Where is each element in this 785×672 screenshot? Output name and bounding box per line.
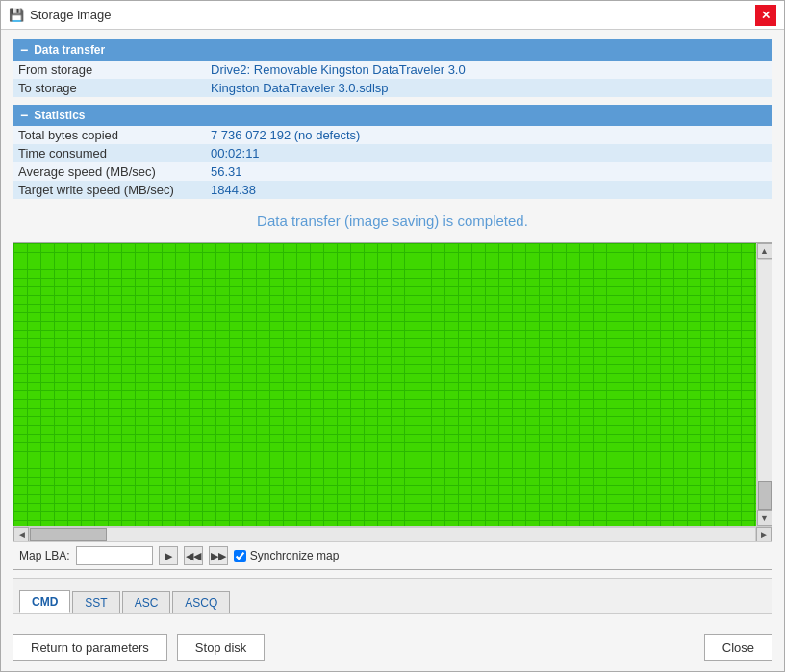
- tab-cmd[interactable]: CMD: [19, 590, 70, 613]
- tab-sst[interactable]: SST: [72, 591, 119, 613]
- table-row: Target write speed (MB/sec) 1844.38: [13, 181, 772, 199]
- target-speed-value: 1844.38: [205, 181, 772, 199]
- from-storage-value: Drive2: Removable Kingston DataTraveler …: [205, 61, 772, 79]
- sync-map-checkbox[interactable]: [234, 550, 246, 562]
- completion-message: Data transfer (image saving) is complete…: [13, 207, 772, 235]
- from-storage-label: From storage: [13, 61, 205, 79]
- time-consumed-value: 00:02:11: [205, 144, 772, 162]
- table-row: Total bytes copied 7 736 072 192 (no def…: [13, 126, 772, 144]
- footer-buttons: Return to parameters Stop disk Close: [1, 624, 784, 671]
- tab-asc[interactable]: ASC: [122, 591, 171, 613]
- avg-speed-value: 56.31: [205, 162, 772, 181]
- map-nav-play-button[interactable]: ▶: [159, 546, 178, 565]
- data-transfer-table: From storage Drive2: Removable Kingston …: [13, 61, 772, 97]
- scroll-thumb-horizontal[interactable]: [30, 528, 107, 541]
- statistics-header: − Statistics: [13, 105, 772, 126]
- window-close-button[interactable]: ✕: [755, 5, 776, 26]
- stop-disk-button[interactable]: Stop disk: [177, 634, 265, 661]
- map-nav-next-button[interactable]: ▶▶: [209, 546, 228, 565]
- data-transfer-header: − Data transfer: [13, 39, 772, 61]
- scroll-down-button[interactable]: ▼: [757, 510, 772, 526]
- scroll-thumb-vertical[interactable]: [758, 481, 772, 510]
- sync-map-checkbox-container[interactable]: Synchronize map: [234, 549, 340, 562]
- statistics-collapse-icon[interactable]: −: [20, 108, 28, 123]
- return-to-parameters-button[interactable]: Return to parameters: [13, 634, 167, 661]
- map-lba-input[interactable]: [76, 546, 153, 565]
- bytes-copied-label: Total bytes copied: [13, 126, 205, 144]
- main-content: − Data transfer From storage Drive2: Rem…: [1, 30, 784, 624]
- data-transfer-title: Data transfer: [34, 43, 105, 57]
- horizontal-scrollbar[interactable]: ◀ ▶: [13, 526, 772, 541]
- statistics-section: − Statistics Total bytes copied 7 736 07…: [13, 105, 772, 199]
- statistics-title: Statistics: [34, 109, 85, 122]
- map-lba-label: Map LBA:: [19, 549, 70, 562]
- bytes-copied-value: 7 736 072 192 (no defects): [205, 126, 772, 144]
- time-consumed-label: Time consumed: [13, 144, 205, 162]
- scroll-up-button[interactable]: ▲: [757, 243, 772, 259]
- window-title: Storage image: [30, 8, 112, 22]
- map-container: ▲ ▼ ◀ ▶ Map LBA: ▶ ◀◀ ▶▶: [13, 242, 772, 570]
- title-bar: 💾 Storage image ✕: [1, 1, 784, 30]
- data-transfer-section: − Data transfer From storage Drive2: Rem…: [13, 39, 772, 97]
- table-row: Average speed (MB/sec) 56.31: [13, 162, 772, 181]
- tab-ascq[interactable]: ASCQ: [172, 591, 230, 613]
- map-grid-lines: [13, 243, 756, 526]
- vertical-scrollbar[interactable]: ▲ ▼: [756, 243, 772, 526]
- to-storage-label: To storage: [13, 79, 205, 97]
- close-button[interactable]: Close: [704, 634, 772, 661]
- app-icon: 💾: [9, 8, 24, 23]
- data-transfer-collapse-icon[interactable]: −: [20, 42, 28, 58]
- table-row: From storage Drive2: Removable Kingston …: [13, 61, 772, 79]
- tabs-area: CMD SST ASC ASCQ: [13, 578, 772, 614]
- statistics-table: Total bytes copied 7 736 072 192 (no def…: [13, 126, 772, 199]
- target-speed-label: Target write speed (MB/sec): [13, 181, 205, 199]
- map-grid: [13, 243, 756, 526]
- map-nav-prev-button[interactable]: ◀◀: [184, 546, 203, 565]
- main-window: 💾 Storage image ✕ − Data transfer From s…: [0, 0, 785, 672]
- map-footer: Map LBA: ▶ ◀◀ ▶▶ Synchronize map: [13, 541, 772, 569]
- scroll-right-button[interactable]: ▶: [756, 527, 772, 542]
- sync-map-label: Synchronize map: [250, 549, 340, 562]
- scroll-left-button[interactable]: ◀: [13, 527, 29, 542]
- table-row: Time consumed 00:02:11: [13, 144, 772, 162]
- footer-left-buttons: Return to parameters Stop disk: [13, 634, 265, 661]
- scroll-track-horizontal[interactable]: [29, 527, 756, 542]
- title-bar-left: 💾 Storage image: [9, 8, 112, 23]
- avg-speed-label: Average speed (MB/sec): [13, 162, 205, 181]
- table-row: To storage Kingston DataTraveler 3.0.sdl…: [13, 79, 772, 97]
- scroll-track-vertical[interactable]: [757, 259, 772, 510]
- to-storage-value: Kingston DataTraveler 3.0.sdlsp: [205, 79, 772, 97]
- map-grid-area: ▲ ▼: [13, 243, 772, 526]
